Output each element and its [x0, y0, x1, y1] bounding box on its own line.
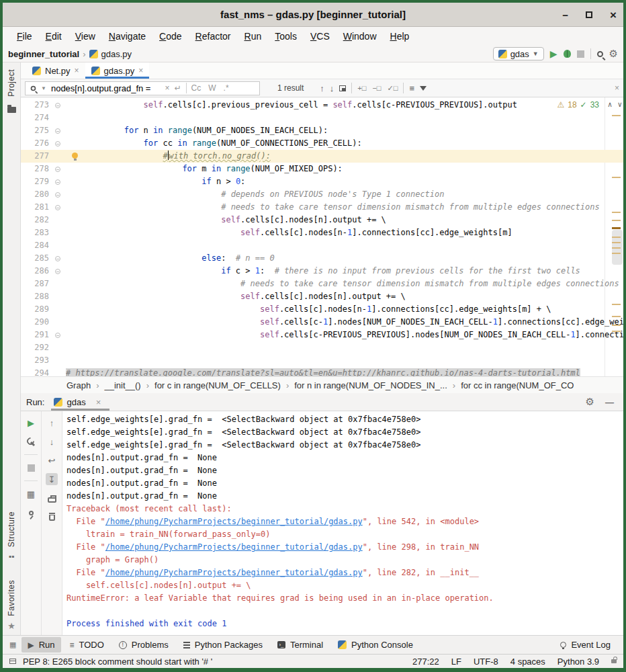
close-find-icon[interactable]: ×: [615, 83, 619, 93]
tool-window-run[interactable]: ▶Run: [21, 637, 60, 653]
filter-icon[interactable]: [420, 86, 427, 91]
lock-icon[interactable]: [611, 659, 617, 663]
menu-item-navigate[interactable]: Navigate: [103, 29, 152, 44]
close-tab-icon[interactable]: ×: [75, 66, 79, 75]
favorites-stripe-button[interactable]: Favorites ★: [7, 580, 16, 631]
fold-icon[interactable]: [55, 179, 60, 185]
warning-stripe-mark[interactable]: [612, 325, 621, 326]
project-stripe-button[interactable]: Project: [7, 69, 16, 113]
close-button[interactable]: ×: [610, 9, 617, 21]
fold-icon[interactable]: [55, 192, 60, 198]
tool-window-python-console[interactable]: Python Console: [332, 637, 419, 653]
chevron-up-icon[interactable]: ∧: [608, 100, 613, 109]
tool-window-problems[interactable]: !Problems: [113, 637, 175, 653]
warning-stripe-mark[interactable]: [612, 227, 621, 229]
toggle-W[interactable]: W: [208, 83, 216, 93]
select-all-occurrences-icon[interactable]: [339, 85, 346, 91]
tab-gdas.py[interactable]: gdas.py×: [85, 62, 150, 79]
view-options-icon[interactable]: ≡: [409, 83, 414, 93]
warning-stripe-mark[interactable]: [612, 242, 621, 243]
run-console-tab[interactable]: gdas ×: [51, 393, 109, 411]
clear-search-icon[interactable]: ×: [165, 83, 169, 93]
tool-window-python-packages[interactable]: Python Packages: [177, 637, 269, 653]
breadcrumb-project[interactable]: beginner_tutorial: [8, 49, 79, 59]
file-link[interactable]: /home/phung/PycharmProjects/beginner_tut…: [105, 542, 363, 552]
menu-item-file[interactable]: File: [11, 29, 38, 44]
file-link[interactable]: /home/phung/PycharmProjects/beginner_tut…: [105, 568, 363, 577]
close-icon[interactable]: ×: [90, 397, 107, 407]
menu-item-view[interactable]: View: [69, 29, 101, 44]
warning-stripe-mark[interactable]: [612, 331, 621, 332]
previous-occurrence-icon[interactable]: ↑: [320, 83, 324, 93]
menu-item-edit[interactable]: Edit: [40, 29, 68, 44]
breadcrumb-item[interactable]: for n in range(NUM_OF_NODES_IN_...: [294, 380, 447, 390]
warning-stripe-mark[interactable]: [612, 247, 621, 249]
line-separator[interactable]: LF: [451, 657, 461, 667]
fold-icon[interactable]: [55, 167, 60, 172]
close-tab-icon[interactable]: ×: [138, 66, 143, 75]
fold-icon[interactable]: [55, 141, 60, 146]
debug-icon[interactable]: [564, 50, 571, 58]
console-output[interactable]: self.edge_weights[e].grad_fn = <SelectBa…: [62, 411, 623, 635]
search-icon[interactable]: [597, 51, 603, 57]
breadcrumb-file[interactable]: gdas.py: [101, 49, 132, 59]
menu-item-tools[interactable]: Tools: [269, 29, 303, 44]
tool-window-event-log[interactable]: Event Log: [554, 637, 617, 653]
breadcrumb-item[interactable]: Graph: [66, 380, 91, 390]
menu-item-window[interactable]: Window: [337, 29, 383, 44]
window-icon[interactable]: [9, 659, 16, 664]
menu-item-code[interactable]: Code: [153, 29, 187, 44]
breadcrumb-item[interactable]: for c in range(NUM_OF_CELLS): [154, 380, 281, 390]
newline-icon[interactable]: ↵: [174, 83, 181, 93]
fold-icon[interactable]: [55, 333, 60, 338]
settings-gear-icon[interactable]: ⚙: [609, 48, 618, 60]
remove-occurrence-icon[interactable]: −□: [372, 84, 381, 93]
tool-window-todo[interactable]: ≡TODO: [64, 637, 110, 653]
caret-position[interactable]: 277:22: [412, 657, 439, 667]
maximize-button[interactable]: [586, 11, 592, 18]
warning-stripe-mark[interactable]: [612, 253, 621, 254]
minimize-button[interactable]: −: [562, 10, 568, 20]
menu-item-help[interactable]: Help: [384, 29, 416, 44]
warning-stripe-mark[interactable]: [612, 316, 621, 317]
toggle-[interactable]: .*: [224, 83, 229, 93]
menu-item-vcs[interactable]: VCS: [304, 29, 336, 44]
warning-stripe-mark[interactable]: [612, 177, 621, 178]
fold-icon[interactable]: [55, 103, 60, 108]
fold-icon[interactable]: [55, 256, 60, 261]
intention-bulb-icon[interactable]: [72, 153, 78, 159]
breadcrumb-item[interactable]: for cc in range(NUM_OF_CO: [461, 380, 574, 390]
toggle-Cc[interactable]: Cc: [191, 83, 202, 93]
warning-stripe-mark[interactable]: [612, 237, 621, 238]
tool-windows-toggle-icon[interactable]: ▦: [9, 640, 16, 649]
code-editor[interactable]: 273 self.cells[c].previous_previous_cell…: [21, 97, 623, 376]
file-link[interactable]: /home/phung/PycharmProjects/beginner_tut…: [105, 517, 363, 526]
stop-icon[interactable]: [577, 50, 584, 58]
menu-item-run[interactable]: Run: [238, 29, 268, 44]
warning-stripe-mark[interactable]: [612, 115, 621, 116]
next-occurrence-icon[interactable]: ↓: [330, 83, 334, 93]
status-message[interactable]: PEP 8: E265 block comment should start w…: [23, 657, 212, 667]
inspection-nav[interactable]: ∧ ∨: [608, 100, 622, 109]
warning-stripe-mark[interactable]: [612, 212, 621, 213]
run-config-selector[interactable]: gdas ▼: [493, 47, 544, 60]
chevron-down-icon[interactable]: ∨: [617, 100, 622, 109]
structure-stripe-button[interactable]: Structure ▪▪: [7, 511, 16, 561]
breadcrumb-item[interactable]: __init__(): [104, 380, 140, 390]
search-input[interactable]: ▼ nodes[n].output.grad_fn = × ↵ CcW.*: [25, 81, 260, 95]
inspections-widget[interactable]: ⚠ 18 ✓ 33: [557, 100, 599, 110]
tab-net.py[interactable]: Net.py×: [26, 62, 85, 79]
tool-window-terminal[interactable]: ›_Terminal: [271, 637, 329, 653]
python-interpreter[interactable]: Python 3.9: [557, 657, 599, 667]
hide-panel-icon[interactable]: —: [605, 397, 614, 407]
toggle-occurrence-icon[interactable]: ✓□: [388, 84, 398, 93]
fold-icon[interactable]: [55, 128, 60, 134]
warning-stripe-mark[interactable]: [612, 304, 621, 305]
warning-stripe-mark[interactable]: [612, 220, 621, 221]
menu-item-refactor[interactable]: Refactor: [189, 29, 237, 44]
fold-icon[interactable]: [55, 269, 60, 274]
fold-icon[interactable]: [55, 205, 60, 210]
run-icon[interactable]: ▶: [550, 48, 557, 59]
add-occurrence-icon[interactable]: +□: [357, 84, 366, 93]
indent-style[interactable]: 4 spaces: [510, 657, 545, 667]
